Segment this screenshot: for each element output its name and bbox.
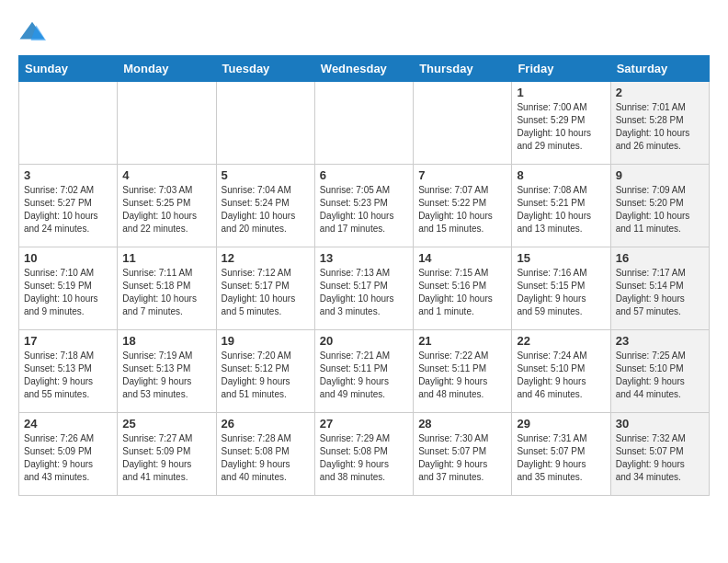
day-number: 10 xyxy=(24,251,112,265)
day-number: 3 xyxy=(24,168,112,182)
calendar-week-3: 10Sunrise: 7:10 AM Sunset: 5:19 PM Dayli… xyxy=(19,247,710,330)
calendar-cell: 7Sunrise: 7:07 AM Sunset: 5:22 PM Daylig… xyxy=(414,165,512,247)
weekday-header-thursday: Thursday xyxy=(414,56,512,82)
calendar-cell: 1Sunrise: 7:00 AM Sunset: 5:29 PM Daylig… xyxy=(512,82,610,165)
logo xyxy=(18,18,50,46)
calendar-week-2: 3Sunrise: 7:02 AM Sunset: 5:27 PM Daylig… xyxy=(19,165,710,247)
calendar-table: SundayMondayTuesdayWednesdayThursdayFrid… xyxy=(18,55,710,496)
calendar-cell: 20Sunrise: 7:21 AM Sunset: 5:11 PM Dayli… xyxy=(314,330,413,413)
weekday-header-saturday: Saturday xyxy=(610,56,709,82)
calendar-cell xyxy=(216,82,314,165)
day-number: 15 xyxy=(517,251,605,265)
day-info: Sunrise: 7:11 AM Sunset: 5:18 PM Dayligh… xyxy=(122,267,210,318)
calendar-cell: 25Sunrise: 7:27 AM Sunset: 5:09 PM Dayli… xyxy=(118,413,216,496)
day-info: Sunrise: 7:18 AM Sunset: 5:13 PM Dayligh… xyxy=(24,350,112,401)
calendar-cell: 5Sunrise: 7:04 AM Sunset: 5:24 PM Daylig… xyxy=(216,165,314,247)
day-number: 21 xyxy=(418,334,506,348)
calendar-cell: 18Sunrise: 7:19 AM Sunset: 5:13 PM Dayli… xyxy=(118,330,216,413)
day-number: 16 xyxy=(616,251,704,265)
day-number: 8 xyxy=(517,168,605,182)
day-number: 25 xyxy=(122,417,210,431)
calendar-cell: 30Sunrise: 7:32 AM Sunset: 5:07 PM Dayli… xyxy=(610,413,709,496)
day-info: Sunrise: 7:22 AM Sunset: 5:11 PM Dayligh… xyxy=(418,350,506,401)
page-header xyxy=(18,18,710,46)
calendar-cell: 22Sunrise: 7:24 AM Sunset: 5:10 PM Dayli… xyxy=(512,330,610,413)
calendar-cell: 14Sunrise: 7:15 AM Sunset: 5:16 PM Dayli… xyxy=(414,247,512,330)
day-info: Sunrise: 7:32 AM Sunset: 5:07 PM Dayligh… xyxy=(616,432,704,484)
day-number: 27 xyxy=(320,417,408,431)
day-number: 20 xyxy=(320,334,408,348)
day-number: 6 xyxy=(320,168,408,182)
calendar-cell: 19Sunrise: 7:20 AM Sunset: 5:12 PM Dayli… xyxy=(216,330,314,413)
calendar-cell xyxy=(314,82,413,165)
calendar-cell: 9Sunrise: 7:09 AM Sunset: 5:20 PM Daylig… xyxy=(610,165,709,247)
calendar-cell: 12Sunrise: 7:12 AM Sunset: 5:17 PM Dayli… xyxy=(216,247,314,330)
day-number: 18 xyxy=(122,334,210,348)
calendar-cell: 11Sunrise: 7:11 AM Sunset: 5:18 PM Dayli… xyxy=(118,247,216,330)
day-number: 12 xyxy=(222,251,310,265)
day-number: 13 xyxy=(320,251,408,265)
weekday-header-wednesday: Wednesday xyxy=(314,56,413,82)
day-number: 29 xyxy=(517,417,605,431)
day-number: 7 xyxy=(418,168,506,182)
calendar-cell: 24Sunrise: 7:26 AM Sunset: 5:09 PM Dayli… xyxy=(19,413,118,496)
day-number: 14 xyxy=(418,251,506,265)
calendar-cell: 23Sunrise: 7:25 AM Sunset: 5:10 PM Dayli… xyxy=(610,330,709,413)
day-info: Sunrise: 7:29 AM Sunset: 5:08 PM Dayligh… xyxy=(320,432,408,484)
calendar-cell: 26Sunrise: 7:28 AM Sunset: 5:08 PM Dayli… xyxy=(216,413,314,496)
day-info: Sunrise: 7:04 AM Sunset: 5:24 PM Dayligh… xyxy=(222,184,310,236)
calendar-cell xyxy=(118,82,216,165)
day-info: Sunrise: 7:05 AM Sunset: 5:23 PM Dayligh… xyxy=(320,184,408,236)
day-info: Sunrise: 7:03 AM Sunset: 5:25 PM Dayligh… xyxy=(122,184,210,236)
weekday-header-tuesday: Tuesday xyxy=(216,56,314,82)
calendar-cell: 4Sunrise: 7:03 AM Sunset: 5:25 PM Daylig… xyxy=(118,165,216,247)
day-number: 4 xyxy=(122,168,210,182)
day-info: Sunrise: 7:16 AM Sunset: 5:15 PM Dayligh… xyxy=(517,267,605,318)
day-number: 9 xyxy=(616,168,704,182)
logo-icon xyxy=(18,18,46,46)
calendar-week-4: 17Sunrise: 7:18 AM Sunset: 5:13 PM Dayli… xyxy=(19,330,710,413)
calendar-cell: 6Sunrise: 7:05 AM Sunset: 5:23 PM Daylig… xyxy=(314,165,413,247)
day-info: Sunrise: 7:07 AM Sunset: 5:22 PM Dayligh… xyxy=(418,184,506,236)
day-info: Sunrise: 7:17 AM Sunset: 5:14 PM Dayligh… xyxy=(616,267,704,318)
day-number: 19 xyxy=(222,334,310,348)
day-info: Sunrise: 7:02 AM Sunset: 5:27 PM Dayligh… xyxy=(24,184,112,236)
calendar-cell: 15Sunrise: 7:16 AM Sunset: 5:15 PM Dayli… xyxy=(512,247,610,330)
day-info: Sunrise: 7:24 AM Sunset: 5:10 PM Dayligh… xyxy=(517,350,605,401)
calendar-cell: 13Sunrise: 7:13 AM Sunset: 5:17 PM Dayli… xyxy=(314,247,413,330)
day-number: 24 xyxy=(24,417,112,431)
calendar-cell: 28Sunrise: 7:30 AM Sunset: 5:07 PM Dayli… xyxy=(414,413,512,496)
weekday-header-friday: Friday xyxy=(512,56,610,82)
day-info: Sunrise: 7:20 AM Sunset: 5:12 PM Dayligh… xyxy=(222,350,310,401)
day-info: Sunrise: 7:26 AM Sunset: 5:09 PM Dayligh… xyxy=(24,432,112,484)
calendar-cell xyxy=(414,82,512,165)
day-info: Sunrise: 7:30 AM Sunset: 5:07 PM Dayligh… xyxy=(418,432,506,484)
day-number: 22 xyxy=(517,334,605,348)
day-info: Sunrise: 7:09 AM Sunset: 5:20 PM Dayligh… xyxy=(616,184,704,236)
day-number: 1 xyxy=(517,86,605,99)
calendar-cell: 17Sunrise: 7:18 AM Sunset: 5:13 PM Dayli… xyxy=(19,330,118,413)
calendar-cell: 10Sunrise: 7:10 AM Sunset: 5:19 PM Dayli… xyxy=(19,247,118,330)
calendar-cell: 21Sunrise: 7:22 AM Sunset: 5:11 PM Dayli… xyxy=(414,330,512,413)
day-info: Sunrise: 7:10 AM Sunset: 5:19 PM Dayligh… xyxy=(24,267,112,318)
calendar-cell: 29Sunrise: 7:31 AM Sunset: 5:07 PM Dayli… xyxy=(512,413,610,496)
day-info: Sunrise: 7:12 AM Sunset: 5:17 PM Dayligh… xyxy=(222,267,310,318)
calendar-week-5: 24Sunrise: 7:26 AM Sunset: 5:09 PM Dayli… xyxy=(19,413,710,496)
day-number: 26 xyxy=(222,417,310,431)
day-info: Sunrise: 7:27 AM Sunset: 5:09 PM Dayligh… xyxy=(122,432,210,484)
weekday-header-monday: Monday xyxy=(118,56,216,82)
day-number: 28 xyxy=(418,417,506,431)
day-number: 17 xyxy=(24,334,112,348)
day-number: 23 xyxy=(616,334,704,348)
day-info: Sunrise: 7:00 AM Sunset: 5:29 PM Dayligh… xyxy=(517,101,605,153)
weekday-header-row: SundayMondayTuesdayWednesdayThursdayFrid… xyxy=(19,56,710,82)
day-number: 30 xyxy=(616,417,704,431)
calendar-cell: 8Sunrise: 7:08 AM Sunset: 5:21 PM Daylig… xyxy=(512,165,610,247)
day-info: Sunrise: 7:28 AM Sunset: 5:08 PM Dayligh… xyxy=(222,432,310,484)
calendar-cell: 3Sunrise: 7:02 AM Sunset: 5:27 PM Daylig… xyxy=(19,165,118,247)
day-number: 11 xyxy=(122,251,210,265)
day-info: Sunrise: 7:15 AM Sunset: 5:16 PM Dayligh… xyxy=(418,267,506,318)
calendar-week-1: 1Sunrise: 7:00 AM Sunset: 5:29 PM Daylig… xyxy=(19,82,710,165)
day-info: Sunrise: 7:21 AM Sunset: 5:11 PM Dayligh… xyxy=(320,350,408,401)
calendar-cell: 16Sunrise: 7:17 AM Sunset: 5:14 PM Dayli… xyxy=(610,247,709,330)
